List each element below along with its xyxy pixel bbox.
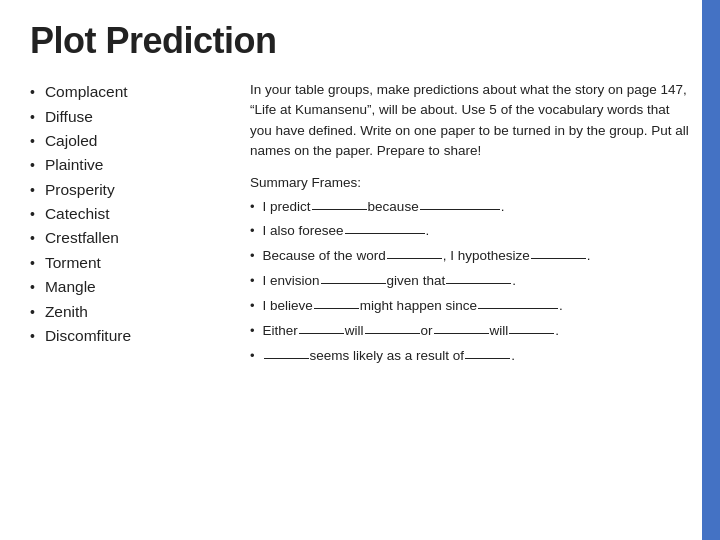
vocab-item-5: Prosperity <box>30 178 230 202</box>
blank-12 <box>434 321 489 334</box>
blank-1 <box>312 197 367 210</box>
page-title: Plot Prediction <box>30 20 690 62</box>
blank-13 <box>509 321 554 334</box>
content-area: ComplacentDiffuseCajoledPlaintiveProsper… <box>30 80 690 368</box>
right-column: In your table groups, make predictions a… <box>240 80 690 368</box>
frame-4: I envision given that . <box>250 269 690 294</box>
vocab-item-10: Zenith <box>30 299 230 323</box>
frame-3: Because of the word , I hypothesize . <box>250 244 690 269</box>
blank-15 <box>465 346 510 359</box>
blank-4 <box>387 246 442 259</box>
vocab-item-6: Catechist <box>30 202 230 226</box>
frame-7: seems likely as a result of . <box>250 343 690 368</box>
blank-7 <box>446 271 511 284</box>
vocab-list: ComplacentDiffuseCajoledPlaintiveProsper… <box>30 80 230 348</box>
frame-5: I believe might happen since. <box>250 293 690 318</box>
vocab-item-3: Cajoled <box>30 129 230 153</box>
blank-10 <box>299 321 344 334</box>
blank-14 <box>264 346 309 359</box>
vocab-item-1: Complacent <box>30 80 230 104</box>
frame-1: I predict because . <box>250 194 690 219</box>
blue-bar <box>702 0 720 540</box>
blank-6 <box>321 271 386 284</box>
vocab-item-7: Crestfallen <box>30 226 230 250</box>
blank-8 <box>314 296 359 309</box>
blank-11 <box>365 321 420 334</box>
vocab-item-4: Plaintive <box>30 153 230 177</box>
summary-frames: I predict because . I also foresee . Bec… <box>250 194 690 368</box>
vocab-item-8: Torment <box>30 251 230 275</box>
intro-text: In your table groups, make predictions a… <box>250 80 690 161</box>
summary-label: Summary Frames: <box>250 175 690 190</box>
frame-2: I also foresee . <box>250 219 690 244</box>
blank-9 <box>478 296 558 309</box>
blank-3 <box>345 221 425 234</box>
vocab-item-11: Discomfiture <box>30 324 230 348</box>
page: Plot Prediction ComplacentDiffuseCajoled… <box>0 0 720 540</box>
frame-6: Either will or will . <box>250 318 690 343</box>
vocab-item-2: Diffuse <box>30 104 230 128</box>
vocab-item-9: Mangle <box>30 275 230 299</box>
left-column: ComplacentDiffuseCajoledPlaintiveProsper… <box>30 80 240 368</box>
blank-2 <box>420 197 500 210</box>
blank-5 <box>531 246 586 259</box>
